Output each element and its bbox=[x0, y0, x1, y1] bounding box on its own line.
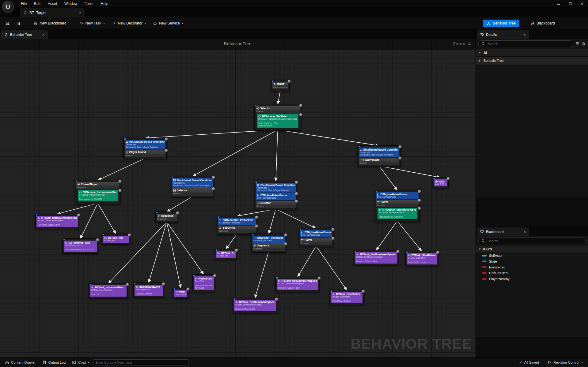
bt-node-incfear[interactable]: BTTask_IncrementFearBTTask_IncrementFear… bbox=[89, 283, 128, 298]
revision-control-button[interactable]: Revision Control▾ bbox=[545, 359, 586, 365]
node-pin-dot[interactable] bbox=[295, 192, 298, 195]
node-pin-dot[interactable] bbox=[275, 298, 278, 301]
new-task-button[interactable]: New Task▾ bbox=[77, 19, 107, 27]
bt-node-startpatrol_c[interactable]: BTTask_StartPatrolBTTask_StartPatrol:Pat… bbox=[330, 290, 364, 305]
new-service-button[interactable]: New Service▾ bbox=[150, 19, 186, 27]
node-pin-dot[interactable] bbox=[255, 224, 258, 228]
node-pin-dot[interactable] bbox=[165, 149, 168, 152]
node-pin-dot[interactable] bbox=[128, 233, 131, 237]
graph-tab-behavior-tree[interactable]: Behavior Tree ✕ bbox=[1, 30, 48, 39]
bt-node-root[interactable]: ROOTBlackboardBase bbox=[271, 80, 290, 91]
bt-node-clearshot[interactable]: ClearShot_DecoratorClearShot_DecoratorSe… bbox=[251, 234, 286, 253]
node-pin-dot[interactable] bbox=[213, 274, 216, 277]
node-pin-dot[interactable] bbox=[418, 190, 421, 193]
blackboard-key-playernearby[interactable]: PlayerNearby bbox=[476, 276, 588, 282]
maximize-icon[interactable] bbox=[568, 2, 572, 6]
bt-node-wait5[interactable]: WaitWait: 5.00 s bbox=[433, 177, 449, 188]
bt-node-kill[interactable]: BTTask_KillBTTask_Kill bbox=[102, 234, 130, 245]
minimize-icon[interactable] bbox=[557, 2, 560, 6]
node-pin-dot[interactable] bbox=[118, 189, 122, 192]
node-pin-dot[interactable] bbox=[212, 176, 215, 179]
graph-canvas[interactable]: Behavior Tree Zoom -4 ROOTBlackboardBase… bbox=[0, 39, 476, 358]
blackboard-key-eventfired[interactable]: EventFired bbox=[476, 264, 588, 270]
blackboard-key-selfactor[interactable]: SelfActor bbox=[476, 253, 588, 258]
behavior-tree-mode-button[interactable]: Behavior Tree bbox=[483, 20, 519, 27]
bt-node-cond_afraid[interactable]: Blackboard Based Condition( aborts self … bbox=[255, 181, 297, 210]
bt-node-patrol_center[interactable]: BTD_HasPatrolRouteBTD_HasPatrolRoutePatr… bbox=[299, 228, 333, 247]
all-saved-button[interactable]: All Saved bbox=[516, 359, 542, 365]
menu-edit[interactable]: Edit bbox=[30, 0, 44, 7]
node-pin-dot[interactable] bbox=[284, 242, 287, 245]
bt-node-ifattacked[interactable]: BTDecorator_IfAttackedBTDecorator_IfAtta… bbox=[217, 216, 257, 235]
bt-node-invevent[interactable]: InvestigateEventInvestigateEvent:Locatio… bbox=[133, 283, 164, 298]
tab-close-icon[interactable]: ✕ bbox=[34, 33, 45, 36]
node-pin-dot[interactable] bbox=[446, 177, 450, 180]
details-search[interactable] bbox=[478, 40, 573, 47]
bt-node-chase[interactable]: Chase PlayerSequenceBTService_Incremenen… bbox=[75, 180, 120, 204]
node-pin-dot[interactable] bbox=[126, 283, 129, 286]
bt-node-seq_mid[interactable]: SequenceSequence bbox=[155, 212, 178, 223]
node-pin-dot[interactable] bbox=[398, 156, 402, 160]
blackboard-key-state[interactable]: State bbox=[476, 258, 588, 264]
node-pin-dot[interactable] bbox=[165, 137, 168, 141]
menu-help[interactable]: Help bbox=[97, 0, 112, 7]
close-icon[interactable] bbox=[580, 2, 584, 6]
node-pin-dot[interactable] bbox=[255, 215, 258, 219]
node-pin-dot[interactable] bbox=[398, 145, 402, 148]
menu-asset[interactable]: Asset bbox=[44, 0, 61, 7]
content-drawer-button[interactable]: Content Drawer bbox=[2, 359, 39, 365]
menu-tools[interactable]: Tools bbox=[81, 0, 97, 7]
node-pin-dot[interactable] bbox=[362, 290, 365, 293]
tab-close-icon[interactable]: ✕ bbox=[516, 33, 526, 36]
bt-node-goto[interactable]: GoToPlayer_TaskGoToPlayer_Task:Destinati… bbox=[63, 238, 98, 254]
menu-file[interactable]: File bbox=[17, 0, 30, 7]
blackboard-tab[interactable]: Blackboard ✕ bbox=[477, 227, 529, 236]
console-command-input[interactable] bbox=[93, 359, 188, 365]
blackboard-keys-header[interactable]: ▼ KEYS bbox=[476, 246, 588, 253]
node-pin-dot[interactable] bbox=[317, 276, 321, 280]
tab-close-icon[interactable]: ✕ bbox=[516, 230, 526, 234]
details-category-ai[interactable]: ▼ AI bbox=[476, 49, 588, 56]
new-blackboard-button[interactable]: New Blackboard bbox=[31, 19, 69, 27]
display-options-icon[interactable] bbox=[576, 42, 579, 46]
node-pin-dot[interactable] bbox=[186, 287, 190, 291]
settings-gear-icon[interactable] bbox=[582, 42, 586, 46]
bt-node-sms_sprint[interactable]: BTTask_SetMovementSpeedBTTask_SetMovemen… bbox=[35, 214, 79, 229]
node-pin-dot[interactable] bbox=[96, 238, 99, 242]
bt-node-die[interactable]: BTTask_DieBTTask_Die bbox=[215, 249, 237, 260]
node-pin-dot[interactable] bbox=[331, 237, 335, 240]
node-pin-dot[interactable] bbox=[77, 213, 80, 217]
output-log-button[interactable]: Output Log bbox=[40, 359, 69, 365]
node-pin-dot[interactable] bbox=[295, 181, 298, 184]
details-tab[interactable]: Details ✕ bbox=[477, 30, 529, 39]
bt-node-cond_passive[interactable]: Blackboard Based Condition( aborts self … bbox=[358, 145, 400, 167]
bt-node-cond_attack[interactable]: Blackboard Based Condition( aborts self … bbox=[123, 138, 167, 159]
bt-node-sms_fear[interactable]: BTTask_SetMovementSpeedBTTask_SetMovemen… bbox=[275, 277, 320, 292]
details-row-behaviortree[interactable]: ▶ BehaviorTree bbox=[476, 56, 588, 65]
new-decorator-button[interactable]: New Decorator▾ bbox=[109, 19, 149, 27]
node-pin-dot[interactable] bbox=[295, 200, 298, 203]
node-pin-dot[interactable] bbox=[396, 250, 400, 253]
node-pin-dot[interactable] bbox=[235, 249, 238, 252]
bt-node-sms_idle[interactable]: BTTask_SetMovementSpeedBTTask_SetMovemen… bbox=[233, 298, 277, 313]
node-pin-dot[interactable] bbox=[331, 228, 335, 231]
node-pin-dot[interactable] bbox=[299, 113, 302, 116]
node-pin-dot[interactable] bbox=[176, 211, 179, 215]
blackboard-search-input[interactable] bbox=[487, 239, 582, 243]
node-pin-dot[interactable] bbox=[418, 207, 421, 210]
node-pin-dot[interactable] bbox=[436, 251, 439, 254]
browse-content-button[interactable] bbox=[14, 20, 23, 27]
blackboard-key-canbekilled[interactable]: CanBeKilled bbox=[476, 270, 588, 276]
node-pin-dot[interactable] bbox=[418, 199, 421, 202]
node-pin-dot[interactable] bbox=[299, 104, 302, 107]
save-button[interactable] bbox=[3, 20, 12, 27]
bt-node-resetstate[interactable]: ResetStateResetState:New State: PassiveK… bbox=[192, 274, 215, 292]
tab-close-icon[interactable]: ✕ bbox=[71, 11, 82, 14]
bt-node-sel[interactable]: SelectorSelectorBTService_SetStateBTServ… bbox=[254, 104, 301, 131]
bt-node-sms_walk[interactable]: BTTask_SetMovementSpeedBTTask_SetMovemen… bbox=[354, 250, 398, 265]
details-search-input[interactable] bbox=[487, 42, 570, 46]
asset-tab-bt-target[interactable]: BT_Target ✕ bbox=[20, 8, 85, 17]
menu-window[interactable]: Window bbox=[61, 0, 81, 7]
node-pin-dot[interactable] bbox=[287, 80, 291, 83]
node-pin-dot[interactable] bbox=[284, 233, 287, 237]
